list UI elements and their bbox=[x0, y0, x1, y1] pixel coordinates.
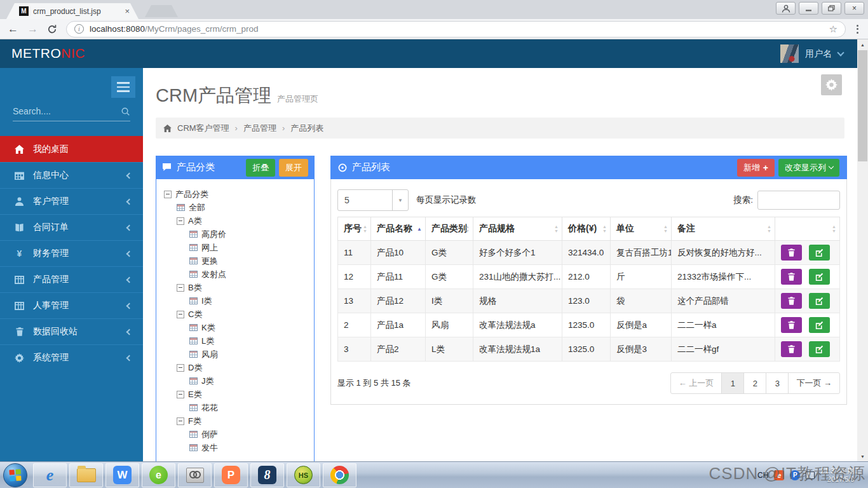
breadcrumb-mid[interactable]: 产品管理 bbox=[243, 123, 276, 134]
next-page-button[interactable]: 下一页 → bbox=[788, 372, 840, 394]
search-icon[interactable] bbox=[121, 107, 130, 116]
tree-item[interactable]: L类 bbox=[163, 334, 308, 348]
column-header-name[interactable]: 产品名称▲ bbox=[371, 217, 426, 241]
tree-item[interactable]: A类 bbox=[163, 214, 308, 227]
bookmark-star-icon[interactable]: ☆ bbox=[829, 24, 837, 35]
tree-item[interactable]: C类 bbox=[163, 308, 308, 321]
address-bar[interactable]: i localhost:8080/MyCrm/pages_crm/crm_pro… bbox=[66, 21, 846, 37]
brand-logo[interactable]: METRONIC bbox=[11, 46, 85, 61]
column-header-category[interactable]: 产品类别▲▼ bbox=[426, 217, 473, 241]
scrollbar-thumb[interactable] bbox=[858, 50, 867, 161]
collapse-toggle-icon[interactable] bbox=[177, 284, 184, 292]
edit-button[interactable] bbox=[809, 245, 830, 261]
tree-item[interactable]: 全部 bbox=[163, 201, 308, 214]
scroll-down-icon[interactable]: ▼ bbox=[857, 451, 868, 461]
taskbar-item-app8[interactable]: 8 bbox=[250, 463, 284, 487]
column-header-actions[interactable]: ▲▼ bbox=[775, 217, 840, 241]
restore-button[interactable] bbox=[822, 2, 841, 15]
user-menu[interactable]: 用户名 bbox=[780, 44, 843, 63]
page-1-button[interactable]: 1 bbox=[721, 372, 744, 394]
delete-button[interactable] bbox=[781, 293, 802, 309]
page-size-select[interactable]: 5 ▼ bbox=[337, 189, 409, 211]
change-columns-button[interactable]: 改变显示列 bbox=[778, 159, 839, 177]
spec-link[interactable]: 231山地的撒大苏打... bbox=[473, 265, 562, 289]
page-2-button[interactable]: 2 bbox=[743, 372, 766, 394]
column-header-price[interactable]: 价格(¥)▲▼ bbox=[562, 217, 611, 241]
tree-item[interactable]: I类 bbox=[163, 294, 308, 308]
column-header-unit[interactable]: 单位▲▼ bbox=[611, 217, 672, 241]
breadcrumb-root[interactable]: CRM客户管理 bbox=[177, 123, 229, 134]
tree-item[interactable]: 风扇 bbox=[163, 348, 308, 361]
tree-item[interactable]: 发射点 bbox=[163, 268, 308, 281]
column-header-spec[interactable]: 产品规格▲▼ bbox=[473, 217, 562, 241]
edit-button[interactable] bbox=[809, 317, 830, 333]
add-button[interactable]: 新增+ bbox=[737, 159, 775, 177]
tree-item[interactable]: E类 bbox=[163, 388, 308, 401]
sidebar-item-customers[interactable]: 客户管理 bbox=[0, 188, 143, 214]
tree-item[interactable]: 倒萨 bbox=[163, 428, 308, 441]
collapse-toggle-icon[interactable] bbox=[164, 191, 172, 198]
collapse-toggle-icon[interactable] bbox=[177, 417, 184, 425]
table-search-input[interactable] bbox=[757, 191, 840, 210]
taskbar-item-ppt[interactable]: P bbox=[214, 463, 248, 487]
tree-item[interactable]: 发牛 bbox=[163, 441, 308, 454]
edit-button[interactable] bbox=[809, 341, 830, 357]
tree-item[interactable]: J类 bbox=[163, 374, 308, 388]
new-tab-button[interactable] bbox=[145, 5, 178, 17]
sidebar-item-recycle-bin[interactable]: 数据回收站 bbox=[0, 318, 143, 344]
column-header-seq[interactable]: 序号▲▼ bbox=[338, 217, 371, 241]
browser-tab[interactable]: M crm_product_list.jsp × bbox=[6, 3, 139, 19]
info-icon[interactable]: i bbox=[74, 24, 84, 34]
scrollbar[interactable]: ▲ ▼ bbox=[857, 39, 868, 461]
collapse-toggle-icon[interactable] bbox=[177, 364, 184, 372]
back-button[interactable]: ← bbox=[8, 24, 18, 34]
sidebar-item-desktop[interactable]: 我的桌面 bbox=[0, 136, 143, 162]
prev-page-button[interactable]: ← 上一页 bbox=[670, 372, 722, 394]
page-3-button[interactable]: 3 bbox=[766, 372, 789, 394]
taskbar-item-ie[interactable]: e bbox=[33, 463, 67, 487]
collapse-toggle-icon[interactable] bbox=[177, 311, 184, 318]
close-button[interactable]: × bbox=[844, 2, 864, 15]
edit-button[interactable] bbox=[809, 293, 830, 309]
refresh-button[interactable] bbox=[47, 24, 57, 34]
collapse-toggle-icon[interactable] bbox=[177, 217, 184, 225]
sidebar-item-system[interactable]: 系统管理 bbox=[0, 344, 143, 370]
start-button[interactable] bbox=[3, 463, 27, 487]
tree-item[interactable]: 产品分类 bbox=[163, 187, 308, 201]
column-header-note[interactable]: 备注▲▼ bbox=[672, 217, 775, 241]
browser-menu-icon[interactable] bbox=[855, 25, 860, 34]
sidebar-item-hr[interactable]: 人事管理 bbox=[0, 292, 143, 318]
tree-item[interactable]: 花花 bbox=[163, 401, 308, 414]
delete-button[interactable] bbox=[781, 317, 802, 333]
profile-button[interactable] bbox=[776, 2, 796, 15]
collapse-button[interactable]: 折叠 bbox=[246, 159, 275, 177]
edit-button[interactable] bbox=[809, 269, 830, 285]
tree-item[interactable]: 网上 bbox=[163, 241, 308, 254]
tab-close-icon[interactable]: × bbox=[125, 6, 130, 16]
sidebar-item-finance[interactable]: ¥ 财务管理 bbox=[0, 240, 143, 266]
search-input[interactable] bbox=[13, 106, 111, 116]
sidebar-item-products[interactable]: 产品管理 bbox=[0, 266, 143, 292]
collapse-toggle-icon[interactable] bbox=[177, 391, 184, 398]
tree-item[interactable]: K类 bbox=[163, 321, 308, 334]
taskbar-item-360[interactable]: e bbox=[142, 463, 175, 487]
expand-button[interactable]: 展开 bbox=[279, 159, 308, 177]
sidebar-toggle-button[interactable] bbox=[111, 76, 135, 98]
tree-item[interactable]: 高房价 bbox=[163, 227, 308, 241]
sidebar-item-info-center[interactable]: 信息中心 bbox=[0, 162, 143, 188]
taskbar-item-heidisql[interactable]: HS bbox=[287, 463, 320, 487]
delete-button[interactable] bbox=[781, 341, 802, 357]
tree-item[interactable]: 更换 bbox=[163, 254, 308, 268]
scroll-up-icon[interactable]: ▲ bbox=[857, 39, 868, 50]
forward-button[interactable]: → bbox=[27, 24, 38, 34]
taskbar-item-wps[interactable]: W bbox=[105, 463, 139, 487]
note-link[interactable]: 反对恢复的好地方好... bbox=[672, 241, 775, 265]
taskbar-item-chrome[interactable] bbox=[323, 463, 356, 487]
tree-item[interactable]: B类 bbox=[163, 281, 308, 294]
tree-item[interactable]: F类 bbox=[163, 414, 308, 428]
settings-button[interactable] bbox=[821, 74, 842, 95]
delete-button[interactable] bbox=[781, 269, 802, 285]
delete-button[interactable] bbox=[781, 245, 802, 261]
taskbar-item-explorer[interactable] bbox=[69, 463, 103, 487]
tree-item[interactable]: D类 bbox=[163, 361, 308, 374]
